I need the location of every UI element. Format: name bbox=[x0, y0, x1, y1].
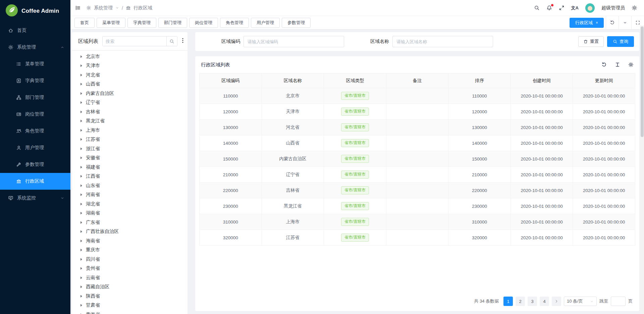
tree-node[interactable]: 湖北省 bbox=[72, 199, 187, 209]
refresh-icon[interactable] bbox=[606, 16, 619, 29]
username[interactable]: 超级管理员 bbox=[601, 5, 625, 11]
sidebar-item-home[interactable]: 首页 bbox=[0, 22, 70, 39]
tree-node[interactable]: 内蒙古自治区 bbox=[72, 89, 187, 98]
tree-node[interactable]: 西藏自治区 bbox=[72, 282, 187, 292]
tree-node[interactable]: 甘肃省 bbox=[72, 301, 187, 310]
jump-page-input[interactable] bbox=[611, 297, 626, 306]
tree-node[interactable]: 重庆市 bbox=[72, 246, 187, 255]
sidebar-item-param-mgmt[interactable]: 参数管理 bbox=[0, 156, 70, 173]
notifications-bell-icon[interactable] bbox=[546, 5, 552, 11]
fullscreen-icon[interactable] bbox=[559, 5, 565, 11]
cell-region-code: 130000 bbox=[200, 120, 262, 135]
tree-node[interactable]: 广西壮族自治区 bbox=[72, 227, 187, 237]
scrollbar-thumb[interactable] bbox=[641, 26, 644, 137]
tree-node[interactable]: 江苏省 bbox=[72, 135, 187, 144]
search-button[interactable]: 查询 bbox=[607, 36, 634, 47]
tree-node[interactable]: 陕西省 bbox=[72, 292, 187, 301]
sidebar-group-system[interactable]: 系统管理 bbox=[0, 39, 70, 56]
cell-updated: 2020-10-01 00:00:00 bbox=[573, 183, 635, 198]
sidebar-item-post-mgmt[interactable]: 岗位管理 bbox=[0, 106, 70, 123]
cell-remark bbox=[386, 198, 448, 214]
table-row: 220000 吉林省 省市/直辖市 220000 2020-10-01 00:0… bbox=[200, 183, 635, 198]
page-size-select[interactable]: 10 条/页 bbox=[564, 297, 597, 306]
tree-node-label: 河南省 bbox=[86, 192, 100, 198]
tree-node[interactable]: 福建省 bbox=[72, 163, 187, 172]
tree-node[interactable]: 海南省 bbox=[72, 236, 187, 246]
tree-node-label: 山西省 bbox=[86, 81, 100, 87]
tree-node[interactable]: 山东省 bbox=[72, 181, 187, 190]
content: 区域列表 北京市 bbox=[70, 29, 644, 314]
region-code-input[interactable] bbox=[244, 36, 344, 47]
breadcrumb-root[interactable]: 系统管理 bbox=[94, 5, 113, 11]
caret-right-icon bbox=[80, 184, 82, 187]
tab[interactable]: 参数管理 bbox=[282, 18, 311, 28]
caret-right-icon bbox=[80, 83, 82, 85]
translate-icon[interactable]: 文A bbox=[571, 5, 579, 11]
tree-node[interactable]: 湖南省 bbox=[72, 209, 187, 218]
page-button-1[interactable]: 1 bbox=[503, 297, 513, 306]
tree-search-input[interactable] bbox=[103, 37, 166, 46]
sidebar-menu: 首页 系统管理 菜单管理 字典管理 部门管理 岗位管理 bbox=[0, 22, 70, 206]
sidebar-item-role-mgmt[interactable]: 角色管理 bbox=[0, 123, 70, 139]
tree-node[interactable]: 四川省 bbox=[72, 255, 187, 264]
region-name-input[interactable] bbox=[392, 36, 493, 47]
refresh-icon[interactable] bbox=[601, 62, 607, 67]
close-icon[interactable]: × bbox=[596, 21, 598, 25]
tab[interactable]: 菜单管理 bbox=[97, 18, 125, 28]
tree-panel-header: 区域列表 bbox=[72, 32, 187, 51]
chevron-down-icon[interactable] bbox=[115, 6, 119, 10]
cell-remark bbox=[386, 230, 448, 246]
tree-node[interactable]: 河北省 bbox=[72, 70, 187, 80]
window-scrollbar[interactable] bbox=[640, 25, 644, 314]
tree-search-button[interactable] bbox=[166, 37, 177, 46]
sidebar-item-user-mgmt[interactable]: 用户管理 bbox=[0, 139, 70, 156]
main-area: 系统管理 / 行政区域 文A 超级管理员 bbox=[70, 0, 644, 314]
tree-node[interactable]: 安徽省 bbox=[72, 153, 187, 163]
tab[interactable]: 部门管理 bbox=[158, 18, 187, 28]
tree-node[interactable]: 广东省 bbox=[72, 218, 187, 227]
tree-node[interactable]: 山西省 bbox=[72, 80, 187, 89]
org-tree-icon bbox=[16, 95, 21, 100]
sidebar-collapse-icon[interactable] bbox=[75, 5, 81, 11]
tree-node[interactable]: 上海市 bbox=[72, 126, 187, 135]
tree-node[interactable]: 江西省 bbox=[72, 172, 187, 181]
search-icon[interactable] bbox=[534, 5, 540, 11]
tab-active-region[interactable]: 行政区域 × bbox=[570, 18, 604, 28]
table-card: 行政区域列表 区域编码区域名称区域类型备注排序创建时间更新时间 bbox=[195, 56, 639, 311]
page-button-3[interactable]: 3 bbox=[528, 297, 537, 306]
tab-label: 岗位管理 bbox=[195, 20, 212, 26]
region-type-tag: 省市/直辖市 bbox=[341, 108, 369, 116]
tree-node[interactable]: 浙江省 bbox=[72, 144, 187, 153]
sidebar-group-monitor[interactable]: 系统监控 bbox=[0, 190, 70, 206]
tab[interactable]: 字典管理 bbox=[127, 18, 156, 28]
sidebar-item-region[interactable]: 行政区域 bbox=[0, 173, 70, 190]
tab[interactable]: 岗位管理 bbox=[189, 18, 218, 28]
settings-gear-icon[interactable] bbox=[632, 5, 637, 11]
tab[interactable]: 用户管理 bbox=[251, 18, 280, 28]
tab[interactable]: 角色管理 bbox=[220, 18, 249, 28]
tree-node[interactable]: 吉林省 bbox=[72, 107, 187, 117]
page-button-4[interactable]: 4 bbox=[540, 297, 549, 306]
tab[interactable]: 首页 bbox=[74, 18, 95, 28]
tree-node[interactable]: 天津市 bbox=[72, 61, 187, 71]
tree-node[interactable]: 河南省 bbox=[72, 190, 187, 200]
kebab-menu-icon[interactable] bbox=[181, 38, 184, 45]
page-button-2[interactable]: 2 bbox=[516, 297, 525, 306]
sidebar-item-dept-mgmt[interactable]: 部门管理 bbox=[0, 89, 70, 106]
tree-node[interactable]: 青海省 bbox=[72, 310, 187, 314]
tree-node[interactable]: 辽宁省 bbox=[72, 98, 187, 108]
tree-node[interactable]: 云南省 bbox=[72, 273, 187, 282]
table-row: 110000 北京市 省市/直辖市 110000 2020-10-01 00:0… bbox=[200, 88, 635, 104]
tree-node[interactable]: 黑龙江省 bbox=[72, 117, 187, 126]
sidebar-item-dict-mgmt[interactable]: 字典管理 bbox=[0, 72, 70, 89]
row-height-icon[interactable] bbox=[615, 62, 620, 67]
sidebar-item-menu-mgmt[interactable]: 菜单管理 bbox=[0, 56, 70, 72]
tree-node[interactable]: 贵州省 bbox=[72, 264, 187, 273]
next-page-button[interactable] bbox=[552, 297, 561, 306]
avatar[interactable] bbox=[585, 3, 595, 13]
cell-region-name: 上海市 bbox=[262, 214, 324, 230]
reset-button[interactable]: 重置 bbox=[578, 36, 604, 47]
column-settings-gear-icon[interactable] bbox=[628, 62, 634, 67]
tree-node[interactable]: 北京市 bbox=[72, 52, 187, 61]
chevron-down-icon[interactable] bbox=[619, 16, 631, 29]
